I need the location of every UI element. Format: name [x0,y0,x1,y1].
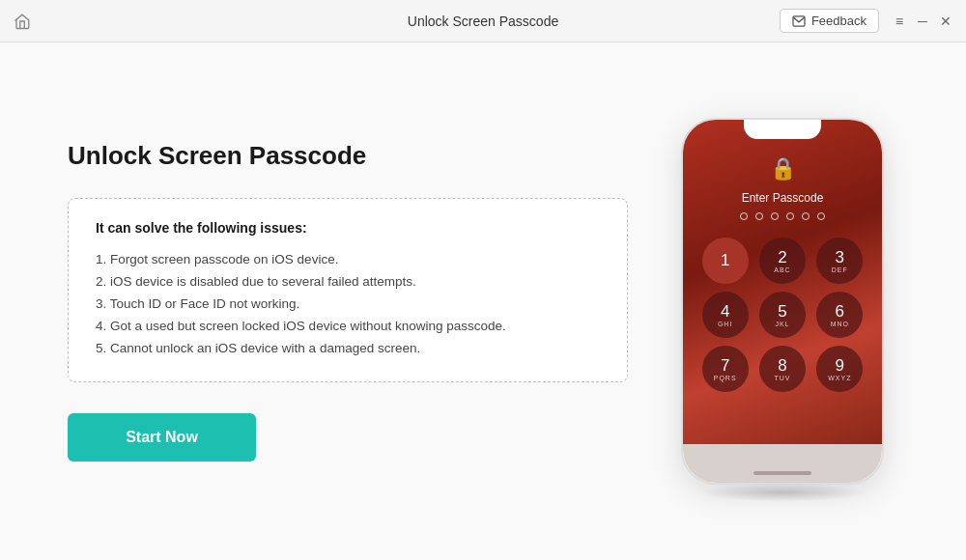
list-item: 4. Got a used but screen locked iOS devi… [96,316,600,338]
svg-rect-0 [793,15,805,25]
titlebar: Unlock Screen Passcode Feedback ≡ ─ ✕ [0,0,966,42]
window-controls: ≡ ─ ✕ [891,13,954,30]
issues-box: It can solve the following issues: 1. Fo… [68,198,628,382]
passcode-dot [771,212,779,220]
app-title: Unlock Screen Passcode [408,14,558,29]
passcode-dot [802,212,810,220]
num-button-7[interactable]: 7 PQRS [702,346,749,392]
num-button-3[interactable]: 3 DEF [816,238,863,284]
issues-heading: It can solve the following issues: [96,220,600,236]
page-title: Unlock Screen Passcode [68,141,628,171]
feedback-label: Feedback [811,14,867,28]
issues-list: 1. Forgot screen passcode on iOS device.… [96,249,600,360]
titlebar-left [12,11,33,32]
passcode-dot [786,212,794,220]
home-bar [753,471,811,475]
passcode-dot [817,212,825,220]
list-item: 2. iOS device is disabled due to several… [96,271,600,294]
phone-mockup: 🔒 Enter Passcode 1 2 [681,118,884,485]
phone-bottom [683,444,882,483]
list-item: 5. Cannot unlock an iOS device with a da… [96,338,600,360]
home-icon[interactable] [12,11,33,32]
minimize-button[interactable]: ─ [914,13,931,30]
close-button[interactable]: ✕ [937,13,954,30]
menu-button[interactable]: ≡ [891,13,908,30]
num-button-5[interactable]: 5 JKL [759,292,806,338]
passcode-dots [740,212,825,220]
feedback-button[interactable]: Feedback [780,9,879,33]
main-content: Unlock Screen Passcode It can solve the … [0,42,966,560]
num-button-1[interactable]: 1 [702,238,749,284]
list-item: 1. Forgot screen passcode on iOS device. [96,249,600,271]
mail-icon [792,15,806,27]
num-button-8[interactable]: 8 TUV [759,346,806,392]
phone-screen: 🔒 Enter Passcode 1 2 [683,120,882,444]
numpad: 1 2 ABC 3 DEF 4 GHI [683,238,882,392]
start-now-button[interactable]: Start Now [68,413,256,462]
num-button-2[interactable]: 2 ABC [759,238,806,284]
passcode-dot [755,212,763,220]
enter-passcode-text: Enter Passcode [742,191,824,205]
phone-notch [744,120,821,139]
titlebar-right: Feedback ≡ ─ ✕ [780,9,954,33]
phone-shadow [700,483,865,502]
left-panel: Unlock Screen Passcode It can solve the … [68,141,667,462]
num-button-4[interactable]: 4 GHI [702,292,749,338]
num-button-6[interactable]: 6 MNO [816,292,863,338]
num-button-9[interactable]: 9 WXYZ [816,346,863,392]
passcode-dot [740,212,748,220]
lock-icon: 🔒 [770,156,796,182]
list-item: 3. Touch ID or Face ID not working. [96,294,600,316]
right-panel: 🔒 Enter Passcode 1 2 [667,118,898,485]
